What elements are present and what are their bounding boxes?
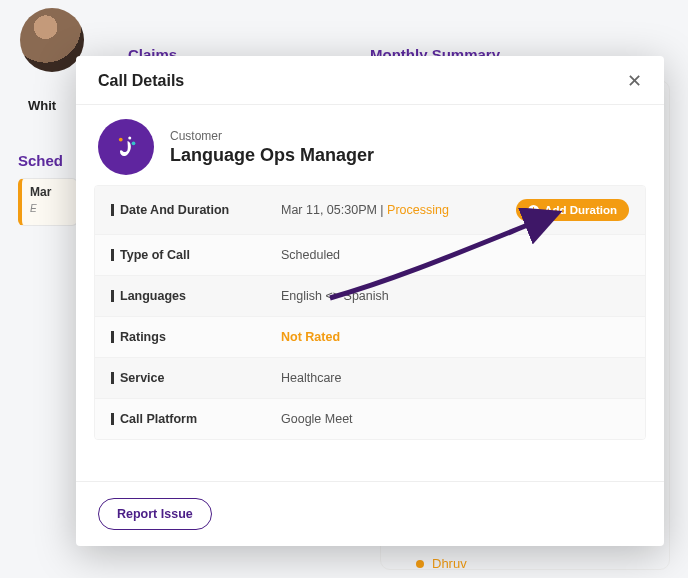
jeenie-logo-icon (111, 132, 141, 162)
label-ratings: Ratings (111, 330, 281, 344)
row-ratings: Ratings Not Rated (95, 317, 645, 358)
report-issue-button[interactable]: Report Issue (98, 498, 212, 530)
label-service: Service (111, 371, 281, 385)
label-languages: Languages (111, 289, 281, 303)
label-text: Languages (120, 289, 186, 303)
add-duration-button[interactable]: Add Duration (516, 199, 629, 221)
label-type-of-call: Type of Call (111, 248, 281, 262)
not-rated-text: Not Rated (281, 330, 340, 344)
processing-status: Processing (387, 203, 449, 217)
row-bar-icon (111, 249, 114, 261)
modal-overlay: Call Details ✕ Customer Language Ops Man… (0, 0, 688, 578)
value-ratings: Not Rated (281, 330, 629, 344)
svg-point-1 (128, 137, 131, 140)
value-type-of-call: Scheduled (281, 248, 629, 262)
close-button[interactable]: ✕ (627, 70, 642, 92)
modal-header: Call Details ✕ (76, 56, 664, 105)
add-duration-label: Add Duration (544, 204, 617, 216)
value-date-and-duration: Mar 11, 05:30PM | Processing (281, 203, 516, 217)
row-bar-icon (111, 290, 114, 302)
separator-text: | (377, 203, 387, 217)
modal-title: Call Details (98, 72, 184, 90)
label-text: Call Platform (120, 412, 197, 426)
customer-label: Customer (170, 129, 374, 143)
customer-row: Customer Language Ops Manager (76, 105, 664, 185)
label-text: Type of Call (120, 248, 190, 262)
value-call-platform: Google Meet (281, 412, 629, 426)
label-text: Service (120, 371, 164, 385)
value-languages: English <> Spanish (281, 289, 629, 303)
row-bar-icon (111, 331, 114, 343)
details-table: Date And Duration Mar 11, 05:30PM | Proc… (94, 185, 646, 440)
row-call-platform: Call Platform Google Meet (95, 399, 645, 439)
row-type-of-call: Type of Call Scheduled (95, 235, 645, 276)
svg-point-2 (132, 141, 136, 145)
row-bar-icon (111, 413, 114, 425)
customer-text: Customer Language Ops Manager (170, 129, 374, 166)
modal-footer: Report Issue (76, 481, 664, 546)
label-date-and-duration: Date And Duration (111, 203, 281, 217)
customer-name: Language Ops Manager (170, 145, 374, 166)
label-call-platform: Call Platform (111, 412, 281, 426)
row-service: Service Healthcare (95, 358, 645, 399)
customer-logo (98, 119, 154, 175)
close-icon: ✕ (627, 71, 642, 91)
svg-point-0 (119, 138, 123, 142)
row-languages: Languages English <> Spanish (95, 276, 645, 317)
label-text: Date And Duration (120, 203, 229, 217)
row-bar-icon (111, 372, 114, 384)
row-date-and-duration: Date And Duration Mar 11, 05:30PM | Proc… (95, 186, 645, 235)
value-service: Healthcare (281, 371, 629, 385)
clock-icon (528, 205, 539, 216)
call-details-modal: Call Details ✕ Customer Language Ops Man… (76, 56, 664, 546)
row-bar-icon (111, 204, 114, 216)
label-text: Ratings (120, 330, 166, 344)
datetime-text: Mar 11, 05:30PM (281, 203, 377, 217)
